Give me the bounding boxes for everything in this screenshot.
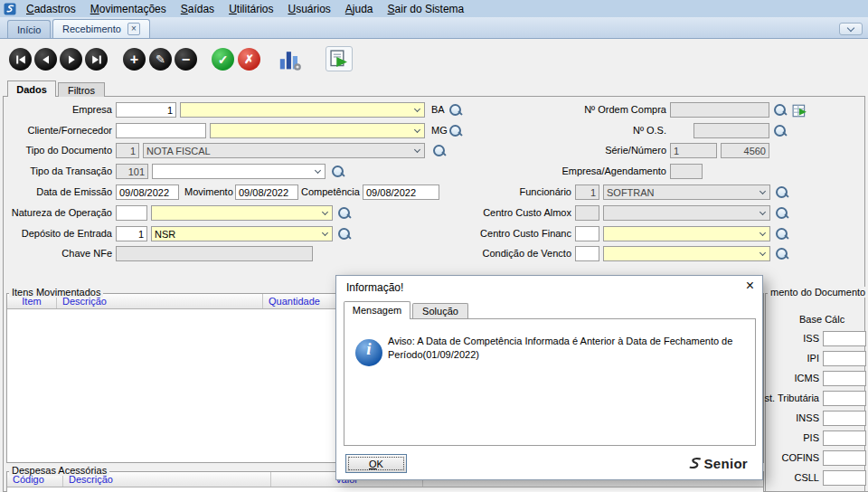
empresa-agendamento-label: Empresa/Agendamento <box>552 164 666 179</box>
ipi-field[interactable] <box>823 351 866 366</box>
condicao-vencto-code-field[interactable] <box>575 246 599 261</box>
subtab-filtros[interactable]: Filtros <box>58 82 105 97</box>
ordem-compra-search-icon[interactable] <box>773 103 788 118</box>
subtab-filtros-label: Filtros <box>68 85 95 96</box>
pis-field[interactable] <box>823 430 866 446</box>
natureza-operacao-label: Natureza de Operação <box>2 205 112 221</box>
cliente-fornecedor-label: Cliente/Fornecedor <box>2 123 112 138</box>
senior-logo: Senior <box>688 456 748 471</box>
chevron-down-icon <box>760 209 766 215</box>
tipo-documento-search-icon[interactable] <box>432 144 447 158</box>
centro-custo-financ-select[interactable] <box>603 226 770 241</box>
cliente-select[interactable] <box>210 123 425 138</box>
centro-custo-almox-search-icon[interactable] <box>775 206 789 221</box>
funcionario-search-icon[interactable] <box>775 185 789 200</box>
field-value <box>117 206 146 207</box>
edit-button[interactable]: ✎ <box>149 48 172 71</box>
empresa-code-field[interactable]: 1 <box>116 102 176 118</box>
pencil-icon: ✎ <box>156 52 165 66</box>
data-emissao-label: Data de Emissão <box>2 184 112 200</box>
subtab-dados-label: Dados <box>16 84 47 95</box>
tab-inicio[interactable]: Início <box>7 20 51 38</box>
field-value <box>117 247 312 248</box>
data-emissao-field[interactable]: 09/08/2022 <box>116 184 179 200</box>
deposito-entrada-label: Depósito de Entrada <box>2 226 112 241</box>
competencia-field[interactable]: 09/08/2022 <box>363 184 439 200</box>
field-value <box>824 352 865 353</box>
condicao-vencto-label: Condição de Vencto <box>461 246 571 261</box>
dialog-tab-solucao[interactable]: Solução <box>412 303 468 319</box>
subst-tributaria-field[interactable] <box>823 391 866 406</box>
senior-wordmark: Senior <box>704 456 748 471</box>
tipo-transacao-search-icon[interactable] <box>331 165 345 179</box>
cliente-code-field[interactable] <box>116 123 206 138</box>
iss-field[interactable] <box>823 331 866 346</box>
deposito-code-field[interactable]: 1 <box>116 226 147 241</box>
cofins-field[interactable] <box>823 450 866 466</box>
cancel-button[interactable]: ✗ <box>238 48 260 71</box>
last-record-button[interactable] <box>85 48 108 71</box>
ordem-compra-lookup-button[interactable] <box>791 102 807 118</box>
tab-inicio-label: Início <box>17 24 41 35</box>
natureza-code-field[interactable] <box>116 205 147 221</box>
tab-close-icon[interactable]: × <box>127 23 140 35</box>
menu-sair[interactable]: Sair do Sistema <box>381 2 472 16</box>
centro-custo-financ-search-icon[interactable] <box>775 227 789 241</box>
condicao-vencto-select[interactable] <box>603 246 770 261</box>
tab-list-button[interactable] <box>839 23 863 35</box>
close-icon[interactable]: × <box>746 278 754 294</box>
grid-arrow-icon <box>792 103 807 118</box>
previous-record-button[interactable] <box>34 48 57 71</box>
empresa-select[interactable] <box>180 102 425 118</box>
despesas-table-body[interactable] <box>7 487 763 492</box>
tipo-documento-select: NOTA FISCAL <box>143 143 425 158</box>
chart-button[interactable] <box>277 47 304 71</box>
confirm-button[interactable]: ✓ <box>212 48 234 71</box>
subtab-dados[interactable]: Dados <box>7 80 56 97</box>
os-search-icon[interactable] <box>773 124 788 138</box>
csll-field[interactable] <box>823 470 866 486</box>
field-value: SOFTRAN <box>604 185 769 199</box>
cliente-search-icon[interactable] <box>448 124 463 138</box>
menu-movimentacoes[interactable]: Movimentações <box>83 2 174 16</box>
despesas-title: Despesas Acessórias <box>9 465 109 476</box>
add-button[interactable]: + <box>123 48 146 71</box>
field-value: 1 <box>117 144 138 157</box>
first-record-button[interactable] <box>9 48 32 71</box>
chave-nfe-field <box>116 246 313 261</box>
inss-field[interactable] <box>823 411 866 426</box>
next-record-button[interactable] <box>60 48 82 71</box>
centro-custo-financ-label: Centro Custo Financ <box>461 226 571 241</box>
menu-usuarios[interactable]: Usuários <box>280 2 337 16</box>
field-value <box>576 227 599 228</box>
info-dialog: Informação! × Mensagem Solução i Aviso: … <box>335 275 763 480</box>
natureza-select[interactable] <box>151 205 333 221</box>
funcionario-code-field: 1 <box>575 184 599 200</box>
tipo-transacao-select[interactable] <box>152 164 326 179</box>
icms-label: ICMS <box>756 371 819 386</box>
ipi-label: IPI <box>756 351 819 366</box>
itens-col-quantidade[interactable]: Quantidade <box>263 294 341 308</box>
deposito-select[interactable]: NSR <box>151 226 333 241</box>
funcionario-select: SOFTRAN <box>603 184 770 200</box>
menu-ajuda[interactable]: Ajuda <box>338 2 381 16</box>
field-value: 09/08/2022 <box>363 185 439 199</box>
centro-custo-financ-code-field[interactable] <box>575 226 599 241</box>
delete-button[interactable]: − <box>175 48 197 71</box>
tab-recebimento[interactable]: Recebimento × <box>52 19 150 38</box>
ok-button[interactable]: OK <box>345 454 407 473</box>
movimento-field[interactable]: 09/08/2022 <box>235 184 298 200</box>
deposito-search-icon[interactable] <box>337 227 352 241</box>
ok-label: OK <box>369 459 383 469</box>
empresa-search-icon[interactable] <box>448 103 463 118</box>
menu-cadastros[interactable]: Cadastros <box>19 2 83 16</box>
dialog-tab-mensagem[interactable]: Mensagem <box>344 301 410 319</box>
condicao-vencto-search-icon[interactable] <box>775 247 789 261</box>
menu-saidas[interactable]: Saídas <box>174 2 222 16</box>
process-button[interactable] <box>326 46 353 71</box>
tipo-transacao-label: Tipo da Transação <box>2 164 112 179</box>
menu-utilitarios[interactable]: Utilitários <box>222 2 280 16</box>
icms-field[interactable] <box>823 371 866 386</box>
natureza-search-icon[interactable] <box>337 206 352 221</box>
field-value: 1 <box>576 185 599 199</box>
